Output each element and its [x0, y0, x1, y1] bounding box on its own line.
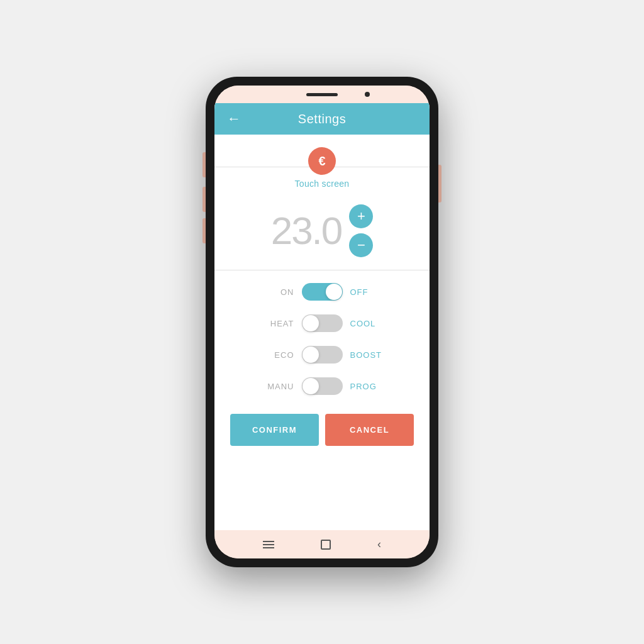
- temperature-display: 23.0: [271, 211, 342, 250]
- toggle-on-label: ON: [260, 287, 294, 297]
- toggle-eco-label: ECO: [260, 350, 294, 360]
- touch-screen-label: Touch screen: [295, 179, 350, 189]
- action-buttons: CONFIRM CANCEL: [214, 408, 430, 458]
- toggle-row-heat-cool: HEAT COOL: [233, 314, 411, 332]
- cancel-button[interactable]: CANCEL: [325, 414, 414, 446]
- toggle-knob-manu-prog: [303, 378, 319, 394]
- toggle-knob-heat-cool: [303, 315, 319, 331]
- toggle-knob-eco-boost: [303, 347, 319, 363]
- nav-home-icon[interactable]: [321, 540, 331, 550]
- phone-frame: ← Settings € Touch screen 23.0 + −: [206, 77, 438, 567]
- toggle-cool-label: COOL: [350, 319, 385, 328]
- nav-back-icon[interactable]: ‹: [377, 538, 381, 551]
- touch-screen-section: € Touch screen: [214, 135, 430, 198]
- nav-menu-icon[interactable]: [263, 541, 274, 548]
- camera: [365, 92, 370, 97]
- page-title: Settings: [298, 112, 346, 126]
- toggle-knob-on-off: [326, 284, 342, 300]
- screen: ← Settings € Touch screen 23.0 + −: [214, 103, 430, 530]
- toggle-row-manu-prog: MANU PROG: [233, 377, 411, 395]
- temp-increment-button[interactable]: +: [349, 204, 373, 228]
- toggles-section: ON OFF HEAT COOL: [214, 270, 430, 408]
- phone-inner: ← Settings € Touch screen 23.0 + −: [214, 86, 430, 558]
- speaker: [306, 93, 338, 96]
- toggle-eco-boost[interactable]: [302, 346, 343, 364]
- content-area: € Touch screen 23.0 + − ON: [214, 135, 430, 530]
- toggle-heat-cool[interactable]: [302, 314, 343, 332]
- temperature-section: 23.0 + −: [214, 198, 430, 270]
- toggle-manu-prog[interactable]: [302, 377, 343, 395]
- back-button[interactable]: ←: [227, 112, 241, 126]
- toggle-on-off[interactable]: [302, 283, 343, 301]
- toggle-boost-label: BOOST: [350, 350, 385, 360]
- toggle-row-eco-boost: ECO BOOST: [233, 346, 411, 364]
- temperature-controls: + −: [349, 204, 373, 257]
- toggle-manu-label: MANU: [260, 382, 294, 391]
- confirm-button[interactable]: CONFIRM: [230, 414, 319, 446]
- notch-bar: [214, 86, 430, 103]
- header: ← Settings: [214, 103, 430, 135]
- toggle-heat-label: HEAT: [260, 319, 294, 328]
- euro-icon[interactable]: €: [308, 147, 336, 175]
- toggle-row-on-off: ON OFF: [233, 283, 411, 301]
- toggle-prog-label: PROG: [350, 382, 385, 391]
- toggle-off-label: OFF: [350, 287, 385, 297]
- bottom-nav-bar: ‹: [214, 530, 430, 558]
- temp-decrement-button[interactable]: −: [349, 233, 373, 257]
